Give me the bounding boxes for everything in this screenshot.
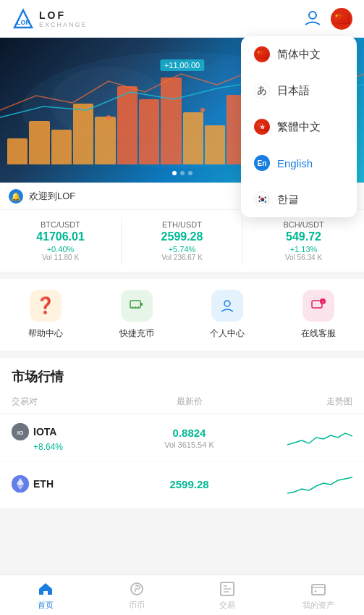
eth-logo <box>12 475 29 493</box>
market-table-header: 交易对 最新价 走势图 <box>0 390 364 414</box>
quick-actions: ❓ 帮助中心 快捷充币 个人中心 <box>0 279 364 351</box>
bch-pair: BCH/USDT <box>247 220 360 229</box>
lang-item-en[interactable]: En English <box>241 145 357 181</box>
quick-charge[interactable]: 快捷充币 <box>91 290 182 340</box>
btc-pair: BTC/USDT <box>4 220 117 229</box>
bch-vol: Vol 56.34 K <box>247 254 360 262</box>
help-icon: ❓ <box>30 290 62 322</box>
header: LOF LOF EXCHANGE 🇨🇳 <box>0 0 364 38</box>
user-icon[interactable] <box>303 8 322 30</box>
lang-item-hk[interactable]: 🇭🇰 繁體中文 <box>241 109 357 145</box>
nav-home-label: 首页 <box>38 600 54 611</box>
svg-rect-29 <box>312 585 325 595</box>
nav-assets[interactable]: 我的资产 <box>273 575 364 615</box>
language-dropdown: 🇨🇳 简体中文 あ 日本語 🇭🇰 繁體中文 En English 🇰🇷 한글 <box>241 36 357 217</box>
jp-label: 日本語 <box>277 84 310 98</box>
eth-price: 2599.28 <box>126 230 238 243</box>
lang-item-jp[interactable]: あ 日本語 <box>241 72 357 109</box>
charge-icon <box>121 290 153 322</box>
en-label: English <box>277 157 313 170</box>
ticker-eth[interactable]: ETH/USDT 2599.28 +5.74% Vol 236.67 K <box>121 217 242 264</box>
service-icon: ! <box>302 290 334 322</box>
nav-home[interactable]: 首页 <box>0 575 91 615</box>
col-price-header: 最新价 <box>98 396 280 408</box>
quick-service[interactable]: ! 在线客服 <box>273 290 364 340</box>
market-section: 市场行情 交易对 最新价 走势图 IO IOTA +8.64% <box>0 358 364 509</box>
btc-change: +0.40% <box>4 245 117 254</box>
en-flag-icon: En <box>254 155 270 171</box>
eth-pair: ETH/USDT <box>126 220 238 229</box>
iota-chart <box>280 423 352 452</box>
svg-point-2 <box>309 12 316 19</box>
market-row-iota[interactable]: IO IOTA +8.64% 0.8824 Vol 3615.54 K <box>0 414 364 461</box>
btc-vol: Vol 11.80 K <box>4 254 117 262</box>
assets-icon <box>310 580 327 598</box>
market-header: 市场行情 <box>0 358 364 390</box>
iota-change: +8.64% <box>12 442 98 452</box>
svg-rect-10 <box>140 303 143 306</box>
svg-text:LOF: LOF <box>17 19 30 26</box>
eth-coin-name: ETH <box>33 478 54 490</box>
nav-coins-label: 币币 <box>129 600 145 611</box>
lang-item-kr[interactable]: 🇰🇷 한글 <box>241 181 357 217</box>
svg-point-14 <box>224 301 230 306</box>
logo-name: LOF <box>39 9 88 21</box>
notice-icon: 🔔 <box>9 189 23 204</box>
logo-subtitle: EXCHANGE <box>39 21 88 28</box>
banner-dot-3[interactable] <box>188 171 192 175</box>
quick-help[interactable]: ❓ 帮助中心 <box>0 290 91 340</box>
logo-icon: LOF <box>12 7 35 30</box>
charge-label: 快捷充币 <box>119 327 154 340</box>
eth-chart <box>280 470 352 499</box>
bch-price: 549.72 <box>247 230 360 243</box>
cn-label: 简体中文 <box>277 48 321 62</box>
iota-logo: IO <box>12 423 29 440</box>
ticker-row: BTC/USDT 41706.01 +0.40% Vol 11.80 K ETH… <box>0 209 364 272</box>
nav-coins[interactable]: 币币 <box>91 575 182 615</box>
quick-user[interactable]: 个人中心 <box>182 290 274 340</box>
col-chart-header: 走势图 <box>280 396 352 408</box>
nav-trade[interactable]: 交易 <box>182 575 274 615</box>
kr-flag-icon: 🇰🇷 <box>254 191 270 207</box>
home-icon <box>37 580 54 598</box>
iota-name: IOTA <box>33 426 56 438</box>
eth-market-price: 2599.28 <box>98 478 280 490</box>
cn-flag-icon: 🇨🇳 <box>254 46 270 62</box>
col-pair-header: 交易对 <box>12 396 98 408</box>
flag-button[interactable]: 🇨🇳 <box>331 8 352 30</box>
kr-label: 한글 <box>277 193 299 206</box>
banner-dot-1[interactable] <box>172 171 177 175</box>
eth-change: +5.74% <box>126 245 238 254</box>
jp-flag-icon: あ <box>254 83 270 99</box>
ticker-bch[interactable]: BCH/USDT 549.72 +1.13% Vol 56.34 K <box>242 217 364 264</box>
user-center-icon <box>211 290 243 322</box>
bottom-nav: 首页 币币 交易 我的资产 <box>0 574 364 615</box>
iota-price-col: 0.8824 Vol 3615.54 K <box>98 427 280 449</box>
ticker-btc[interactable]: BTC/USDT 41706.01 +0.40% Vol 11.80 K <box>0 217 121 264</box>
svg-point-30 <box>315 590 317 592</box>
bch-change: +1.13% <box>247 245 360 254</box>
iota-coin-info: IO IOTA +8.64% <box>12 423 98 452</box>
user-center-label: 个人中心 <box>210 327 245 340</box>
header-right: 🇨🇳 <box>303 8 352 30</box>
hk-label: 繁體中文 <box>277 120 321 134</box>
help-label: 帮助中心 <box>28 327 63 340</box>
lang-item-cn[interactable]: 🇨🇳 简体中文 <box>241 36 357 72</box>
banner-dot-2[interactable] <box>180 171 185 175</box>
coins-icon <box>128 580 145 598</box>
hk-flag-icon: 🇭🇰 <box>254 119 270 135</box>
svg-text:IO: IO <box>17 430 23 436</box>
iota-vol: Vol 3615.54 K <box>98 440 280 449</box>
market-title: 市场行情 <box>12 368 352 385</box>
btc-price: 41706.01 <box>4 230 117 243</box>
trade-icon <box>219 580 236 598</box>
iota-price: 0.8824 <box>98 427 280 439</box>
eth-coin-info: ETH <box>12 475 98 494</box>
eth-vol: Vol 236.67 K <box>126 254 238 262</box>
service-label: 在线客服 <box>301 327 336 340</box>
nav-assets-label: 我的资产 <box>302 600 334 611</box>
eth-price-col: 2599.28 <box>98 478 280 492</box>
nav-trade-label: 交易 <box>219 600 235 611</box>
market-row-eth[interactable]: ETH 2599.28 <box>0 461 364 509</box>
logo: LOF LOF EXCHANGE <box>12 7 88 30</box>
